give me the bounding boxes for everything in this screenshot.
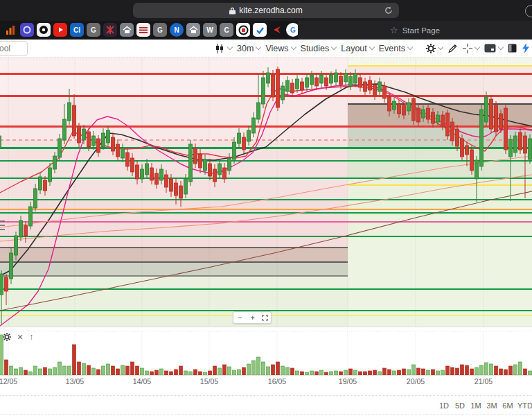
- bookmark-favicon[interactable]: [3, 23, 17, 37]
- tab-start-page[interactable]: ☆ Start Page: [298, 21, 532, 40]
- volume-bar: [112, 366, 115, 375]
- price-zone: [348, 148, 532, 179]
- bookmark-favicon[interactable]: [20, 23, 34, 37]
- bookmark-favicon[interactable]: [53, 23, 67, 37]
- display-button[interactable]: [484, 44, 503, 53]
- candlestick: [131, 158, 134, 172]
- volume-bar: [68, 366, 71, 375]
- candlestick: [121, 148, 125, 158]
- candlestick: [286, 80, 290, 92]
- bookmark-favicon[interactable]: [253, 23, 267, 37]
- bookmark-favicon[interactable]: [236, 23, 250, 37]
- favicon-glyph: N: [174, 26, 179, 34]
- volume-panel[interactable]: 12/0513/0514/0515/0516/0519/0520/0521/05…: [0, 327, 532, 395]
- volume-bar: [175, 370, 178, 375]
- bookmark-favicon[interactable]: [269, 23, 283, 37]
- favicon-glyph: G: [91, 26, 96, 34]
- bookmark-favicon[interactable]: W: [203, 23, 217, 37]
- price-zone: [0, 57, 348, 96]
- volume-bar: [107, 364, 110, 375]
- volume-canvas[interactable]: 12/0513/0514/0515/0516/0519/0520/0521/05: [0, 327, 532, 395]
- range-1m[interactable]: 1M: [470, 401, 481, 410]
- browser-share-icon[interactable]: [525, 5, 532, 17]
- price-chart-panel[interactable]: − +: [0, 57, 532, 327]
- settings-button[interactable]: [426, 44, 443, 53]
- gear-icon[interactable]: [3, 333, 11, 341]
- range-1d[interactable]: 1D: [439, 401, 449, 410]
- candlestick: [136, 165, 139, 179]
- menu-views[interactable]: Views: [265, 44, 295, 53]
- candlestick: [29, 207, 33, 226]
- candlestick: [116, 144, 120, 157]
- interval-label: 30m: [237, 44, 254, 53]
- bookmark-favicon[interactable]: [37, 23, 51, 37]
- volume-bar: [296, 371, 299, 375]
- url-bar[interactable]: kite.zerodha.com: [133, 3, 399, 18]
- range-3m[interactable]: 3M: [486, 401, 497, 410]
- candlestick: [398, 104, 401, 114]
- bookmark-favicon[interactable]: G: [153, 23, 167, 37]
- date-axis-label: 12/05: [0, 377, 17, 385]
- volume-bar: [136, 366, 139, 375]
- volume-bar: [58, 362, 62, 375]
- volume-bar: [223, 365, 227, 375]
- price-chart-canvas[interactable]: [0, 57, 532, 327]
- chevron-down-icon: [290, 44, 296, 50]
- volume-bar: [82, 363, 86, 375]
- bookmark-favicon[interactable]: G: [87, 23, 100, 37]
- crosshair-button[interactable]: [463, 44, 479, 53]
- draw-button[interactable]: [447, 43, 458, 53]
- range-ytd[interactable]: YTD: [517, 401, 532, 410]
- theme-button[interactable]: [508, 44, 517, 53]
- bookmark-favicon[interactable]: [136, 23, 150, 37]
- menu-layout[interactable]: Layout: [341, 44, 374, 53]
- date-axis-label: 20/05: [407, 377, 425, 385]
- bookmark-favicon[interactable]: C: [220, 23, 233, 37]
- bookmark-favicon[interactable]: [103, 23, 117, 37]
- close-icon[interactable]: ×: [17, 331, 23, 343]
- bookmark-favicon[interactable]: N: [170, 23, 184, 37]
- bookmark-favicon[interactable]: Ci: [70, 23, 84, 37]
- candlestick: [519, 132, 522, 150]
- candlestick: [209, 164, 212, 176]
- star-icon: ☆: [390, 26, 398, 35]
- menu-studies[interactable]: Studies: [301, 44, 337, 53]
- candlestick-icon: [215, 44, 225, 53]
- volume-bar: [393, 371, 396, 375]
- candlestick: [388, 97, 391, 111]
- volume-bar: [252, 361, 256, 375]
- range-6m[interactable]: 6M: [502, 401, 513, 410]
- candlestick: [262, 78, 265, 104]
- volume-bar: [262, 362, 265, 375]
- candlestick: [335, 73, 338, 82]
- collapse-up-icon[interactable]: ↑: [29, 332, 33, 342]
- symbol-input[interactable]: ool: [0, 41, 28, 56]
- candlestick: [97, 139, 100, 153]
- range-5d[interactable]: 5D: [455, 401, 465, 410]
- zoom-out-button[interactable]: −: [236, 314, 243, 322]
- menu-events[interactable]: Events: [379, 44, 412, 53]
- candlestick: [529, 139, 532, 159]
- volume-bar: [369, 371, 372, 375]
- zoom-in-button[interactable]: +: [249, 314, 256, 322]
- candlestick: [422, 110, 425, 118]
- volume-bar: [373, 370, 377, 375]
- chart-type-button[interactable]: [215, 44, 232, 53]
- volume-bar: [524, 369, 527, 375]
- candlestick: [451, 122, 454, 141]
- interval-button[interactable]: 30m: [237, 44, 260, 53]
- flash-button[interactable]: [522, 43, 531, 53]
- bookmark-favicon[interactable]: [186, 23, 200, 37]
- bookmark-favicon[interactable]: [120, 23, 134, 37]
- favicon-glyph: G: [157, 26, 163, 34]
- fullscreen-icon[interactable]: [262, 315, 268, 321]
- candlestick: [276, 69, 280, 107]
- reload-icon[interactable]: [384, 6, 393, 15]
- candlestick: [325, 78, 328, 86]
- volume-bar: [204, 372, 207, 375]
- candlestick: [393, 101, 396, 110]
- candlestick: [402, 105, 406, 115]
- volume-bar: [155, 370, 159, 375]
- volume-bar: [218, 368, 222, 375]
- volume-bar: [315, 372, 319, 375]
